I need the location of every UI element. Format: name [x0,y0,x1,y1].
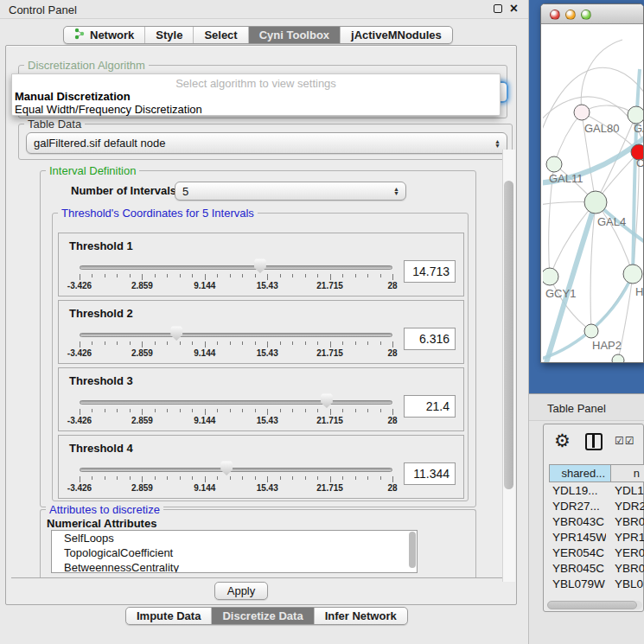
table-cell[interactable]: YDR2 [606,499,644,514]
tab-network[interactable]: Network [64,27,145,43]
slider-tick [280,341,281,345]
gear-icon[interactable]: ⚙ [554,431,571,450]
checkboxes-icon[interactable]: ☑☑ [615,435,635,447]
table-cell[interactable]: YDL1 [606,483,644,499]
slider-tick [305,409,306,412]
network-edge[interactable] [554,112,582,164]
network-canvas[interactable]: GAL80GACGAL11GAL4GCY1HHAP2 [543,24,644,363]
table-cell[interactable]: YBR043C [544,514,606,530]
network-node-gcy1[interactable] [543,268,558,285]
slider-tick [330,476,331,482]
network-node-gal80[interactable] [574,105,590,120]
network-node-node[interactable] [612,354,624,363]
tab-jactivemnodules[interactable]: jActiveMNodules [341,27,452,43]
slider-tick-label: 28 [387,483,397,493]
table-row[interactable]: YBL079WYBL0 [544,577,644,592]
close-icon[interactable]: × [510,3,518,14]
right-panel-area: GAL80GACGAL11GAL4GCY1HHAP2 Table Panel ⚙… [529,0,644,644]
slider-tick [105,341,105,345]
tab-select[interactable]: Select [194,27,248,43]
threshold-value-field[interactable]: 11.344 [404,462,456,485]
threshold-slider-thumb[interactable] [253,258,266,273]
table-cell[interactable]: YBL0 [606,577,644,592]
number-of-intervals-combo[interactable]: 5 ▲▼ [175,182,406,201]
table-cell[interactable]: YLR345W [544,592,606,596]
slider-tick [217,274,218,277]
table-row[interactable]: YBR045CYBR0 [544,561,644,577]
tab-discretize-data[interactable]: Discretize Data [212,608,314,624]
attribute-list-item[interactable]: BetweennessCentrality [52,560,417,573]
threshold-slider-thumb[interactable] [170,326,183,341]
table-data-combo[interactable]: galFiltered.sif default node ▲▼ [26,132,507,154]
algorithm-dropdown-popup: Select algorithm to view settings Manual… [11,73,501,116]
threshold-slider-track[interactable] [80,468,392,472]
attribute-list-item[interactable]: SelfLoops [52,531,417,545]
table-cell[interactable]: YBR045C [544,561,606,577]
network-edge[interactable] [596,202,633,274]
float-window-icon[interactable] [494,4,502,13]
table-cell[interactable]: YLR3 [606,592,644,596]
table-cell[interactable]: YBR0 [606,561,644,577]
table-row[interactable]: YLR345WYLR3 [544,592,644,596]
table-cell[interactable]: YDR27... [544,499,606,514]
zoom-traffic-light[interactable] [581,10,591,20]
table-hscrollbar-track[interactable] [547,601,642,609]
table-cell[interactable]: YER054C [544,545,606,561]
network-node-hap2[interactable] [584,324,598,338]
network-edge[interactable] [581,40,622,112]
control-panel-window: Control Panel × Network Style Select Cyn… [0,0,529,644]
threshold-value-field[interactable]: 21.4 [404,395,456,418]
tab-impute-data[interactable]: Impute Data [126,608,212,624]
menu-item-manual-discretization[interactable]: Manual Discretization [15,90,131,103]
slider-tick [292,274,293,277]
table-panel-window: ⚙ ☑☑ shared... n YDL19...YDL1YDR27...YDR… [543,424,644,612]
threshold-slider-thumb[interactable] [220,461,233,475]
table-cell[interactable]: YBL079W [544,577,606,592]
slider-tick [130,476,131,480]
numerical-attributes-list[interactable]: SelfLoopsTopologicalCoefficientBetweenne… [51,530,418,573]
network-node-gal11[interactable] [546,156,562,172]
table-row[interactable]: YER054CYER0 [544,545,644,561]
table-cell[interactable]: YPR1 [606,530,644,545]
attributes-scrollbar-thumb[interactable] [409,532,416,568]
table-cell[interactable]: YDL19... [544,483,606,499]
table-row[interactable]: YDR27...YDR2 [544,499,644,514]
minimize-traffic-light[interactable] [565,10,576,20]
combo-arrows-icon: ▲▼ [494,139,501,148]
network-node-h[interactable] [623,265,642,284]
slider-tick-label: 2.859 [131,348,153,358]
columns-icon[interactable] [585,433,603,450]
threshold-slider-track[interactable] [80,333,392,337]
threshold-slider-track[interactable] [80,400,392,405]
table-cell[interactable]: YER0 [606,545,644,561]
network-edge[interactable] [543,97,644,145]
column-header-name[interactable]: n [611,464,644,482]
slider-tick [92,341,92,345]
network-edge[interactable] [550,202,596,277]
threshold-value-field[interactable]: 14.713 [404,260,456,283]
slider-tick [292,476,293,480]
network-node-ga[interactable] [628,106,644,124]
network-node-gal4[interactable] [584,191,607,214]
threshold-slider-thumb[interactable] [320,393,333,408]
apply-button[interactable]: Apply [214,582,268,600]
threshold-label: Threshold 1 [69,239,133,252]
table-row[interactable]: YPR145WYPR1 [544,530,644,545]
column-header-shared-name[interactable]: shared... [549,464,611,482]
tab-infer-network[interactable]: Infer Network [315,608,407,624]
table-cell[interactable]: YBR0 [606,514,644,530]
attribute-list-item[interactable]: TopologicalCoefficient [52,545,417,560]
tab-style[interactable]: Style [145,27,194,43]
table-row[interactable]: YDL19...YDL1 [544,483,644,499]
slider-tick [342,476,343,480]
threshold-slider-track[interactable] [80,265,392,270]
panel-scrollbar-thumb[interactable] [504,181,513,489]
close-traffic-light[interactable] [550,10,560,20]
menu-item-equal-width-frequency[interactable]: Equal Width/Frequency Discretization [15,103,202,116]
tab-cyni-toolbox[interactable]: Cyni Toolbox [249,27,341,43]
table-cell[interactable]: YPR145W [544,530,606,545]
threshold-value-field[interactable]: 6.316 [404,328,456,350]
table-hscrollbar-thumb[interactable] [547,601,637,609]
number-of-intervals-label: Number of Intervals [71,184,176,197]
table-row[interactable]: YBR043CYBR0 [544,514,644,530]
